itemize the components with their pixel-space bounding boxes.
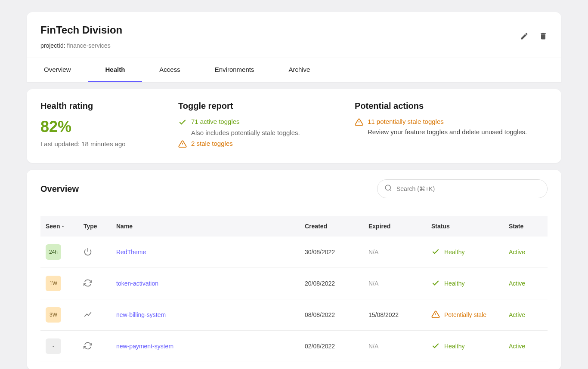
edit-icon[interactable] (520, 32, 529, 42)
svg-line-5 (390, 189, 391, 191)
sort-ascending-icon (61, 223, 65, 230)
health-rating-title: Health rating (40, 101, 178, 111)
overview-card: Overview Seen Type Name Created (27, 170, 561, 369)
project-card: FinTech Division projectId: finance-serv… (27, 12, 561, 82)
stale-toggles-text: 2 stale toggles (191, 140, 233, 147)
warning-icon (178, 140, 187, 148)
state-text: Active (509, 280, 525, 287)
status-cell: Healthy (431, 279, 498, 289)
type-icon (84, 247, 92, 256)
search-icon (384, 184, 392, 194)
column-header-name[interactable]: Name (111, 216, 300, 237)
seen-badge: 24h (46, 244, 61, 260)
tab-environments[interactable]: Environments (198, 58, 272, 82)
potential-actions-section: Potential actions 11 potentially stale t… (355, 101, 548, 151)
svg-point-4 (385, 185, 390, 190)
toggle-name-link[interactable]: token-activation (116, 280, 158, 287)
overview-title: Overview (40, 184, 79, 194)
table-wrapper: Seen Type Name Created Expired Status St… (27, 208, 561, 369)
search-box[interactable] (377, 179, 548, 198)
warning-icon (431, 310, 440, 320)
active-toggles-sub: Also includes potentially stale toggles. (191, 129, 355, 136)
column-header-created[interactable]: Created (300, 216, 363, 237)
expired-date: N/A (363, 268, 426, 299)
active-toggles-text: 71 active toggles (191, 118, 240, 125)
seen-badge: 3W (46, 307, 61, 323)
column-header-seen[interactable]: Seen (40, 216, 78, 237)
column-header-status[interactable]: Status (426, 216, 504, 237)
expired-date: 15/08/2022 (363, 299, 426, 331)
stats-card: Health rating 82% Last updated: 18 minut… (27, 89, 561, 163)
toggle-name-link[interactable]: new-billing-system (116, 311, 166, 318)
column-header-expired[interactable]: Expired (363, 216, 426, 237)
tab-overview[interactable]: Overview (27, 58, 88, 82)
tab-archive[interactable]: Archive (271, 58, 327, 82)
status-text: Healthy (444, 343, 464, 350)
tabs: OverviewHealthAccessEnvironmentsArchive (27, 58, 561, 82)
created-date: 30/08/2022 (300, 237, 363, 268)
expired-date: N/A (363, 331, 426, 362)
column-header-state[interactable]: State (504, 216, 548, 237)
search-input[interactable] (396, 185, 540, 192)
overview-header: Overview (27, 170, 561, 208)
status-text: Potentially stale (444, 311, 486, 318)
warning-icon (355, 118, 363, 126)
seen-badge: 1W (46, 276, 61, 291)
type-icon (84, 341, 92, 350)
status-text: Healthy (444, 280, 464, 287)
toggle-report-section: Toggle report 71 active toggles Also inc… (178, 101, 355, 151)
table-row: 24h RedTheme 30/08/2022 N/A Healthy Acti… (40, 237, 548, 268)
state-text: Active (509, 343, 525, 350)
state-text: Active (509, 311, 525, 318)
tab-access[interactable]: Access (142, 58, 197, 82)
toggle-report-title: Toggle report (178, 101, 355, 111)
delete-icon[interactable] (539, 32, 548, 42)
table-row: 3W new-billing-system 08/08/2022 15/08/2… (40, 299, 548, 331)
expired-date: N/A (363, 237, 426, 268)
toggle-name-link[interactable]: RedTheme (116, 249, 146, 255)
table-header-row: Seen Type Name Created Expired Status St… (40, 216, 548, 237)
active-toggles-line: 71 active toggles (178, 118, 355, 126)
column-header-type[interactable]: Type (78, 216, 111, 237)
table-row: 1W token-activation 20/08/2022 N/A Healt… (40, 268, 548, 299)
health-rating-updated: Last updated: 18 minutes ago (40, 140, 178, 148)
project-title: FinTech Division (40, 24, 122, 36)
project-id-value: finance-services (67, 42, 110, 49)
type-icon (84, 310, 92, 319)
health-rating-section: Health rating 82% Last updated: 18 minut… (40, 101, 178, 151)
status-cell: Healthy (431, 247, 498, 257)
check-icon (431, 247, 440, 257)
toggle-name-link[interactable]: new-payment-system (116, 343, 173, 350)
seen-badge: - (46, 338, 61, 354)
tab-health[interactable]: Health (88, 58, 142, 82)
potentially-stale-line: 11 potentially stale toggles (355, 118, 548, 126)
check-icon (178, 118, 187, 126)
check-icon (431, 341, 440, 351)
created-date: 20/08/2022 (300, 268, 363, 299)
created-date: 08/08/2022 (300, 299, 363, 331)
state-text: Active (509, 249, 525, 255)
health-rating-value: 82% (40, 118, 178, 136)
stale-toggles-line: 2 stale toggles (178, 140, 355, 148)
project-header: FinTech Division projectId: finance-serv… (27, 12, 561, 58)
toggles-table: Seen Type Name Created Expired Status St… (40, 216, 548, 362)
potential-actions-title: Potential actions (355, 101, 548, 111)
status-text: Healthy (444, 249, 464, 255)
header-actions (520, 24, 548, 42)
created-date: 02/08/2022 (300, 331, 363, 362)
potential-actions-sub: Review your feature toggles and delete u… (368, 128, 548, 135)
table-row: - new-payment-system 02/08/2022 N/A Heal… (40, 331, 548, 362)
project-id-label: projectId: (40, 42, 65, 49)
check-icon (431, 279, 440, 289)
potentially-stale-text: 11 potentially stale toggles (368, 118, 444, 125)
type-icon (84, 279, 92, 287)
status-cell: Potentially stale (431, 310, 498, 320)
status-cell: Healthy (431, 341, 498, 351)
project-meta: projectId: finance-services (40, 42, 122, 49)
